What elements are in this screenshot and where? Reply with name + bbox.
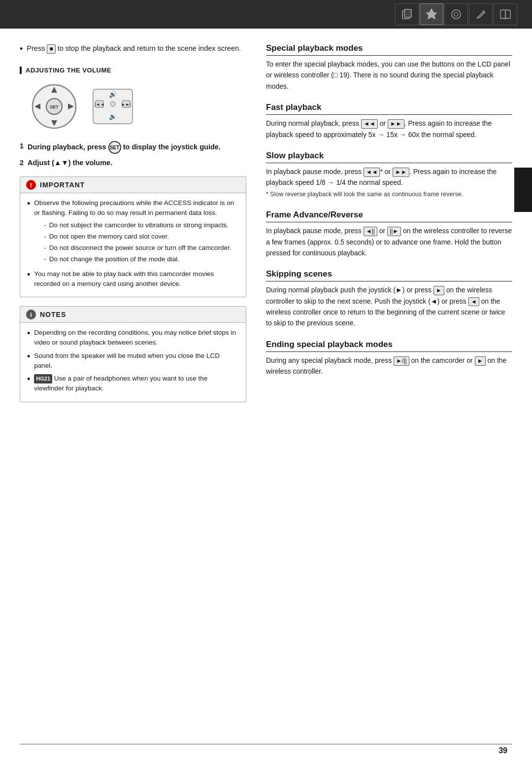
svg-point-3: [454, 12, 458, 16]
icon-pin[interactable]: [420, 3, 443, 25]
skipping-scenes-body: During normal playback push the joystick…: [266, 284, 512, 329]
sub-item-1-text: Do not subject the camcorder to vibratio…: [49, 220, 229, 230]
notes-bullet-2: • Sound from the speaker will be muted w…: [27, 351, 239, 371]
important-icon: !: [26, 180, 36, 190]
sub-item-2: - Do not open the memory card slot cover…: [44, 232, 239, 242]
important-bullet-1-text: Observe the following precautions while …: [34, 198, 239, 266]
notes-label: NOTES: [40, 311, 66, 318]
notes-content: • Depending on the recording conditions,…: [20, 323, 246, 402]
step-2: 2 Adjust (▲▼) the volume.: [20, 158, 246, 169]
svg-rect-1: [404, 9, 411, 17]
stop-button-icon: ■: [47, 44, 55, 54]
notes-header: i NOTES: [20, 307, 246, 323]
adjusting-volume-section: Adjusting the Volume: [20, 67, 246, 74]
fast-playback-title: Fast playback: [266, 103, 512, 115]
frame-rw-btn: ◄||: [364, 227, 377, 236]
black-tab: [514, 168, 532, 212]
important-header: ! IMPORTANT: [20, 177, 246, 193]
special-playback-body: To enter the special playback modes, you…: [266, 59, 512, 92]
hg-badge: HG21: [34, 374, 52, 384]
set-button-inline: SET: [108, 141, 121, 154]
play-pause-btn: ►/||: [394, 356, 409, 366]
svg-text:|◄◄: |◄◄: [95, 102, 104, 107]
frame-ff-btn: ||►: [387, 227, 401, 236]
top-icons: [395, 3, 517, 25]
adjusting-volume-title: Adjusting the Volume: [26, 67, 111, 74]
ffwd-btn: ►►: [388, 119, 404, 129]
notes-bullet-3: • HG21 Use a pair of headphones when you…: [27, 374, 239, 394]
frame-advance-body: In playback pause mode, press ◄|| or ||►…: [266, 225, 512, 258]
footer-line: [20, 744, 512, 744]
fast-playback-body: During normal playback, press ◄◄ or ►►. …: [266, 118, 512, 140]
skipping-scenes-section: Skipping scenes During normal playback p…: [266, 269, 512, 329]
step-2-text: Adjust (▲▼) the volume.: [28, 158, 112, 169]
frame-advance-title: Frame Advance/Reverse: [266, 210, 512, 222]
notes-box: i NOTES • Depending on the recording con…: [20, 306, 246, 402]
slow-playback-title: Slow playback: [266, 151, 512, 163]
main-content: • Press ■ to stop the playback and retur…: [0, 29, 532, 426]
important-content: • Observe the following precautions whil…: [20, 193, 246, 297]
step-1-number: 1: [20, 141, 24, 154]
joystick-area: SET 🔊 |◄◄ ►►| 🔉: [20, 82, 246, 131]
step-1-text: During playback, press SET to display th…: [28, 141, 221, 154]
ending-special-body: During any special playback mode, press …: [266, 355, 512, 377]
slow-ff-btn: ►►: [393, 168, 409, 177]
notes-bullet-3-text: HG21 Use a pair of headphones when you w…: [34, 374, 239, 394]
svg-point-2: [452, 10, 461, 19]
slow-rw-btn: ◄◄: [364, 168, 380, 177]
slow-playback-section: Slow playback In playback pause mode, pr…: [266, 151, 512, 199]
rewind-btn: ◄◄: [361, 119, 378, 129]
sub-item-3-text: Do not disconnect the power source or tu…: [49, 243, 232, 253]
icon-copy[interactable]: [395, 3, 419, 25]
ending-special-title: Ending special playback modes: [266, 340, 512, 352]
sub-item-4: - Do not change the position of the mode…: [44, 254, 239, 264]
important-bullet-2-text: You may not be able to play back with th…: [34, 269, 239, 289]
slow-playback-body: In playback pause mode, press ◄◄* or ►►.…: [266, 166, 512, 199]
sub-item-1: - Do not subject the camcorder to vibrat…: [44, 220, 239, 230]
icon-circle[interactable]: [444, 3, 468, 25]
frame-advance-section: Frame Advance/Reverse In playback pause …: [266, 210, 512, 258]
svg-text:►►|: ►►|: [121, 102, 131, 107]
important-box: ! IMPORTANT • Observe the following prec…: [20, 176, 246, 297]
stop-playback-text: Press ■ to stop the playback and return …: [27, 43, 241, 55]
notes-bullet-1-text: Depending on the recording conditions, y…: [34, 328, 239, 348]
skipping-scenes-title: Skipping scenes: [266, 269, 512, 281]
sub-item-2-text: Do not open the memory card slot cover.: [49, 232, 169, 242]
svg-text:SET: SET: [50, 105, 59, 109]
special-playback-title: Special playback modes: [266, 43, 512, 56]
svg-text:🔊: 🔊: [109, 90, 117, 99]
svg-text:🔉: 🔉: [109, 112, 117, 121]
important-sub-list: - Do not subject the camcorder to vibrat…: [44, 220, 239, 265]
important-bullet-1: • Observe the following precautions whil…: [27, 198, 239, 266]
step-2-number: 2: [20, 158, 24, 169]
icon-book[interactable]: [494, 3, 517, 25]
left-column: • Press ■ to stop the playback and retur…: [20, 43, 246, 411]
slow-footnote: * Slow reverse playback will look the sa…: [266, 191, 463, 198]
wireless-play-btn: ►: [475, 356, 486, 366]
joystick-graphic: SET: [30, 82, 79, 131]
fast-playback-section: Fast playback During normal playback, pr…: [266, 103, 512, 140]
stop-playback-bullet: • Press ■ to stop the playback and retur…: [20, 43, 246, 55]
remote-graphic: 🔊 |◄◄ ►►| 🔉: [91, 87, 135, 126]
ending-special-section: Ending special playback modes During any…: [266, 340, 512, 377]
sub-item-4-text: Do not change the position of the mode d…: [49, 254, 179, 264]
numbered-steps: 1 During playback, press SET to display …: [20, 141, 246, 169]
right-column: Special playback modes To enter the spec…: [266, 43, 512, 411]
skip-prev-btn: ◄: [468, 297, 479, 307]
important-bullet-2: • You may not be able to play back with …: [27, 269, 239, 289]
page-number: 39: [499, 746, 507, 755]
notes-icon: i: [26, 310, 36, 319]
top-bar: [0, 0, 532, 29]
notes-bullet-2-text: Sound from the speaker will be muted whe…: [34, 351, 239, 371]
stop-playback-section: • Press ■ to stop the playback and retur…: [20, 43, 246, 55]
bullet-dot: •: [20, 43, 23, 55]
svg-point-15: [110, 102, 115, 106]
step-1: 1 During playback, press SET to display …: [20, 141, 246, 154]
special-playback-section: Special playback modes To enter the spec…: [266, 43, 512, 92]
sub-item-3: - Do not disconnect the power source or …: [44, 243, 239, 253]
icon-edit[interactable]: [469, 3, 493, 25]
skip-next-btn: ►: [433, 286, 444, 295]
notes-bullet-1: • Depending on the recording conditions,…: [27, 328, 239, 348]
important-label: IMPORTANT: [40, 181, 85, 189]
